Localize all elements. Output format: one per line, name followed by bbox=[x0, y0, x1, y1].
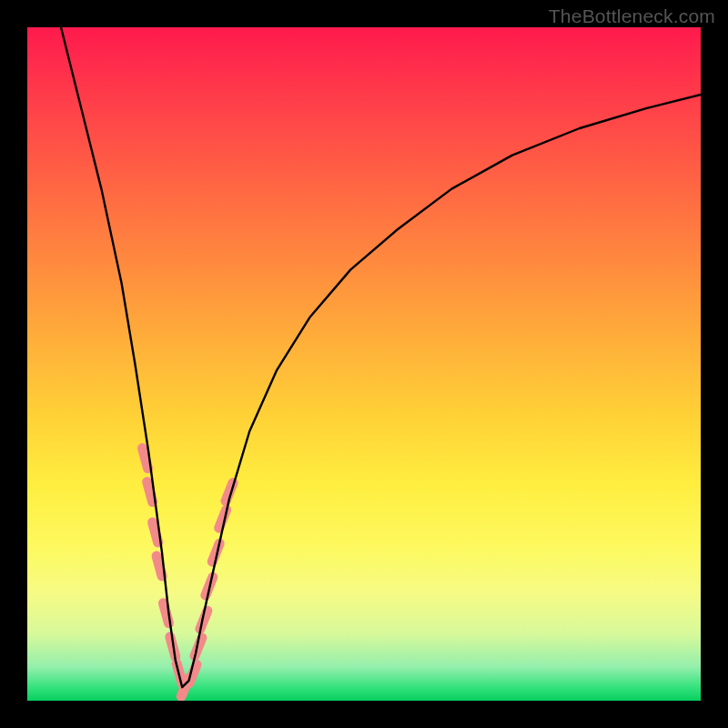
marker-dot bbox=[157, 556, 162, 576]
watermark-text: TheBottleneck.com bbox=[549, 5, 715, 27]
chart-frame: TheBottleneck.com bbox=[0, 0, 728, 728]
curve-layer bbox=[27, 27, 701, 701]
marker-dots bbox=[143, 449, 234, 697]
bottleneck-curve bbox=[61, 27, 701, 687]
marker-dot bbox=[147, 482, 153, 502]
marker-dot bbox=[153, 522, 158, 542]
plot-area bbox=[27, 27, 701, 701]
marker-dot bbox=[143, 449, 148, 469]
